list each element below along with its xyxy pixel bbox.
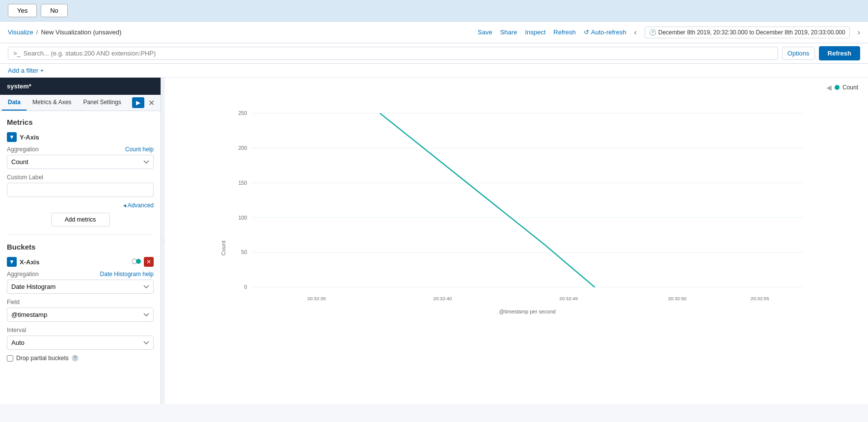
sidebar-tabs: Data Metrics & Axes Panel Settings ▶ ✕ — [0, 95, 161, 111]
search-prompt: >_ — [13, 50, 21, 57]
y-axis-header: ▼ Y-Axis — [7, 132, 154, 142]
search-input[interactable] — [24, 50, 773, 57]
bucket-aggregation-label: Aggregation — [7, 271, 39, 278]
auto-refresh-toggle[interactable]: ↺ Auto-refresh — [584, 28, 626, 36]
time-range-picker[interactable]: 🕐 December 8th 2019, 20:32:30.000 to Dec… — [645, 27, 850, 38]
chart-svg-wrapper: Count 250 200 150 100 50 0 — [173, 85, 860, 396]
drop-partial-row: Drop partial buckets ? — [7, 355, 154, 362]
refresh-icon: ↺ — [584, 28, 589, 36]
sidebar-system-label: system* — [7, 83, 31, 90]
svg-text:0: 0 — [244, 284, 247, 290]
chart-svg: Count 250 200 150 100 50 0 — [173, 100, 860, 396]
legend-label: Count — [842, 84, 858, 91]
tab-metrics-axes[interactable]: Metrics & Axes — [27, 95, 77, 111]
svg-text:250: 250 — [238, 110, 247, 116]
svg-text:20:32:40: 20:32:40 — [434, 296, 452, 301]
interval-row: Interval Auto — [7, 327, 154, 350]
resize-handle[interactable]: ⋮ — [161, 78, 165, 404]
y-axis-collapse-button[interactable]: ▼ — [7, 132, 17, 142]
x-axis-header: ▼ X-Axis ✕ — [7, 257, 154, 267]
drop-partial-help-icon[interactable]: ? — [72, 355, 79, 362]
interval-label-row: Interval — [7, 327, 154, 334]
custom-label-label: Custom Label — [7, 174, 154, 181]
share-link[interactable]: Share — [500, 28, 517, 36]
options-button[interactable]: Options — [782, 47, 815, 60]
nav-actions: Save Share Inspect Refresh ↺ Auto-refres… — [478, 27, 860, 38]
run-button[interactable]: ▶ — [132, 97, 144, 108]
add-metrics-button[interactable]: Add metrics — [51, 213, 110, 226]
yes-button[interactable]: Yes — [8, 4, 37, 17]
metrics-section: Metrics ▼ Y-Axis Aggregation Count help … — [7, 118, 154, 226]
drop-partial-label: Drop partial buckets — [16, 355, 69, 362]
chart-area: ◀ Count Count 250 200 150 100 — [165, 78, 868, 404]
svg-point-1 — [136, 259, 141, 264]
field-row: Field @timestamp — [7, 299, 154, 322]
chart-line — [380, 113, 595, 287]
sidebar-content: Metrics ▼ Y-Axis Aggregation Count help … — [0, 111, 161, 404]
svg-text:100: 100 — [238, 215, 247, 221]
aggregation-label: Aggregation — [7, 146, 39, 153]
x-axis-delete-button[interactable]: ✕ — [144, 257, 154, 267]
field-label-row: Field — [7, 299, 154, 306]
field-select[interactable]: @timestamp — [7, 308, 154, 322]
save-link[interactable]: Save — [478, 28, 492, 36]
nav-bar: Visualize / New Visualization (unsaved) … — [0, 22, 868, 43]
buckets-section: Buckets ▼ X-Axis ✕ — [7, 243, 154, 362]
page-title: New Visualization (unsaved) — [41, 28, 121, 36]
count-help-link[interactable]: Count help — [125, 146, 154, 153]
aggregation-label-row: Aggregation Count help — [7, 146, 154, 153]
sidebar-header: system* — [0, 78, 161, 95]
close-button[interactable]: ✕ — [144, 96, 159, 110]
interval-select[interactable]: Auto — [7, 336, 154, 350]
x-axis-collapse-button[interactable]: ▼ — [7, 257, 17, 267]
svg-text:50: 50 — [241, 249, 247, 255]
y-axis-label: Y-Axis — [20, 134, 39, 141]
bucket-aggregation-select[interactable]: Date Histogram — [7, 280, 154, 294]
interval-label: Interval — [7, 327, 26, 334]
svg-text:20:32:55: 20:32:55 — [751, 296, 769, 301]
svg-text:20:32:35: 20:32:35 — [307, 296, 326, 301]
auto-refresh-label: Auto-refresh — [591, 28, 626, 36]
custom-label-input[interactable] — [7, 183, 154, 197]
confirm-bar: Yes No — [0, 0, 868, 22]
field-label: Field — [7, 299, 20, 306]
breadcrumb: Visualize / New Visualization (unsaved) — [8, 28, 121, 36]
visualize-link[interactable]: Visualize — [8, 28, 33, 36]
legend-dot — [835, 85, 840, 90]
filter-bar: Add a filter + — [0, 64, 868, 78]
buckets-title: Buckets — [7, 243, 154, 251]
tab-panel-settings[interactable]: Panel Settings — [77, 95, 127, 111]
search-input-wrap: >_ — [8, 47, 778, 60]
svg-text:150: 150 — [238, 180, 247, 186]
clock-icon: 🕐 — [649, 29, 656, 36]
time-range-label: December 8th 2019, 20:32:30.000 to Decem… — [658, 29, 845, 36]
aggregation-select[interactable]: Count — [7, 155, 154, 169]
bucket-aggregation-row: Aggregation Date Histogram help Date His… — [7, 271, 154, 294]
inspect-link[interactable]: Inspect — [525, 28, 545, 36]
chart-legend: ◀ Count — [826, 84, 858, 91]
section-divider — [7, 234, 154, 235]
svg-text:@timestamp per second: @timestamp per second — [499, 309, 556, 314]
no-button[interactable]: No — [41, 4, 68, 17]
time-prev-button[interactable]: ‹ — [634, 28, 636, 37]
add-filter-button[interactable]: Add a filter + — [8, 67, 44, 74]
sidebar: system* Data Metrics & Axes Panel Settin… — [0, 78, 161, 404]
aggregation-row: Aggregation Count help Count — [7, 146, 154, 169]
refresh-button[interactable]: Refresh — [819, 46, 860, 60]
advanced-link[interactable]: ◂ Advanced — [7, 202, 154, 209]
drop-partial-checkbox[interactable] — [7, 355, 13, 362]
breadcrumb-sep: / — [36, 28, 38, 36]
refresh-nav-link[interactable]: Refresh — [553, 28, 576, 36]
x-axis-label: X-Axis — [20, 258, 39, 266]
search-bar: >_ Options Refresh — [0, 43, 868, 64]
metrics-title: Metrics — [7, 118, 154, 126]
x-axis-toggle-button[interactable] — [132, 258, 141, 266]
legend-prev-button[interactable]: ◀ — [826, 84, 832, 91]
svg-text:200: 200 — [238, 145, 247, 151]
custom-label-row: Custom Label — [7, 174, 154, 197]
date-histogram-help-link[interactable]: Date Histogram help — [100, 271, 154, 278]
svg-text:20:32:45: 20:32:45 — [559, 296, 578, 301]
time-next-button[interactable]: › — [858, 28, 860, 37]
tab-data[interactable]: Data — [2, 95, 27, 111]
y-axis-label-text: Count — [220, 240, 226, 255]
